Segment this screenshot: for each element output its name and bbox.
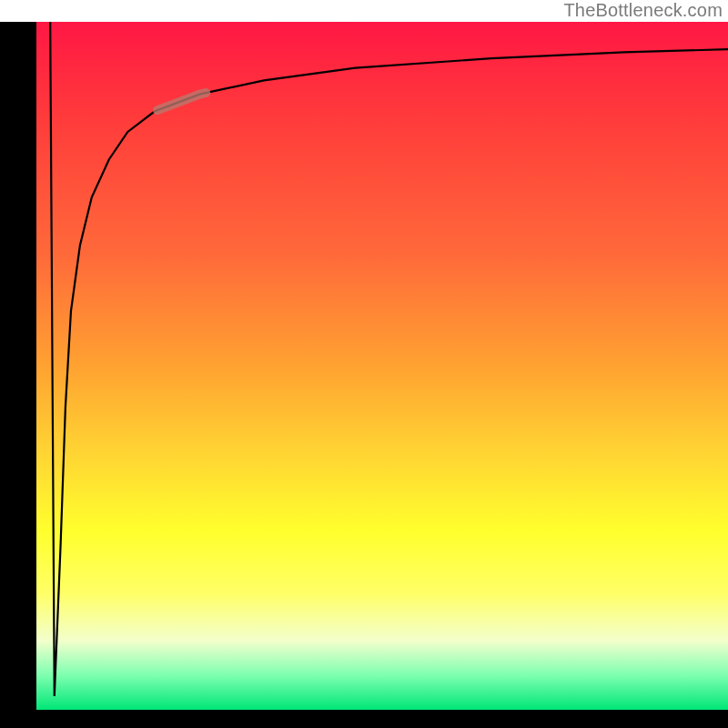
plot-area xyxy=(36,22,728,710)
bottleneck-curve xyxy=(50,22,728,696)
axis-left-bar xyxy=(0,22,36,710)
hump-segment-icon xyxy=(157,93,206,110)
curve-svg xyxy=(36,22,728,710)
axis-bottom-bar xyxy=(0,710,728,728)
attribution-text: TheBottleneck.com xyxy=(563,0,723,21)
chart-frame: TheBottleneck.com xyxy=(0,0,728,728)
